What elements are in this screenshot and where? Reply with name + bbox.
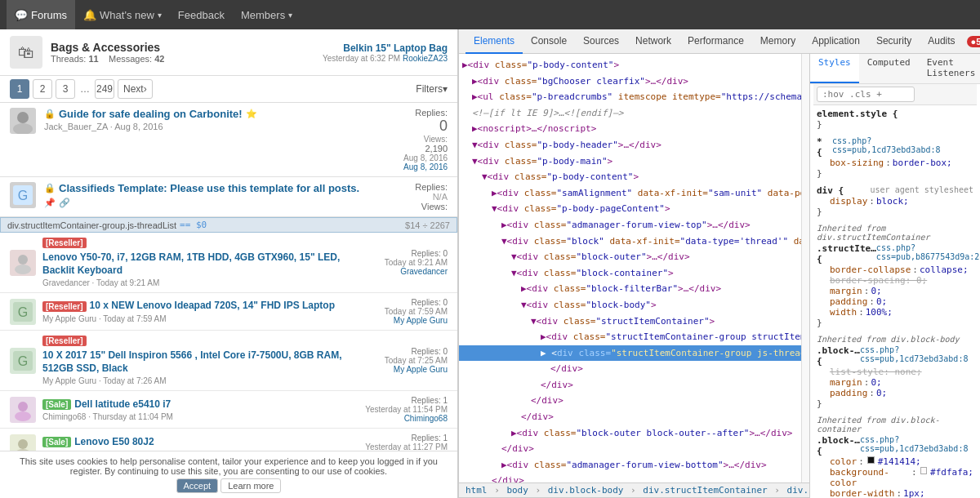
page-249-button[interactable]: 249 [95,79,114,99]
tree-line[interactable]: ▶<ul class="p-breadcrumbs" itemscope ite… [459,89,801,105]
tab-audits[interactable]: Audits [920,29,963,54]
tree-line[interactable]: ▶<div class="structItemContainer-group s… [459,329,801,345]
nav-forums[interactable]: 💬 Forums [7,0,75,29]
style-rule-padding: padding: 0; [817,296,973,307]
element-style-block: element.style { } [817,109,973,130]
tree-line[interactable]: ▶<div class="block-filterBar">…</div> [459,281,801,297]
page-2-button[interactable]: 2 [33,79,52,99]
structitemcontainer-source[interactable]: css.php?css=pub,b8677543d9a:28 [876,243,980,265]
thread-row-title-3[interactable]: Dell latitude e5410 i7 [74,398,171,411]
breadcrumb-struct-container[interactable]: div.structItemContainer [643,485,767,496]
tree-line[interactable]: ▼<div class="block-outer">…</div> [459,249,801,265]
tree-line[interactable]: ▼<div class="structItemContainer"> [459,313,801,330]
tab-elements[interactable]: Elements [466,29,523,54]
styles-filter-input[interactable] [817,87,915,102]
styles-tab-event-listeners[interactable]: Event Listeners [919,54,980,83]
nav-whats-new[interactable]: 🔔 What's new ▾ [75,0,170,29]
breadcrumb-block-body[interactable]: div.block-body [548,485,624,496]
tree-line[interactable]: ▶<div class="admanager-forum-view-top">…… [459,217,801,233]
tree-line[interactable]: ▼<div class="block-container"> [459,265,801,282]
nav-members[interactable]: Members ▾ [233,0,301,29]
breadcrumb-body[interactable]: body [506,485,528,496]
filters-button[interactable]: Filters▾ [416,83,448,95]
styles-tab-computed[interactable]: Computed [859,54,919,83]
tab-application[interactable]: Application [804,29,868,54]
thread-row-title-4[interactable]: Lenovo E50 80J2 [74,436,154,449]
sticky-thread-2: G 🔒 Classifieds Template: Please use thi… [0,177,457,217]
page-3-button[interactable]: 3 [56,79,75,99]
thread-row-title-1[interactable]: 10 x NEW Lenovo Ideapad 720S, 14" FHD IP… [90,300,335,313]
tab-performance[interactable]: Performance [679,29,752,54]
div-source: user agent stylesheet [871,185,973,196]
tree-line[interactable]: </div> [459,361,801,377]
universal-source[interactable]: css.php?css=pub,1cd73ebd3abd:8 [832,136,973,158]
sticky-avatar-1 [10,108,36,134]
lock-icon-1: 🔒 [44,109,56,119]
bell-icon: 🔔 [83,9,96,21]
thread-row[interactable]: G [Reseller] 10 X 2017 15" Dell Inspiron… [0,331,457,391]
tree-line[interactable]: ▼<div class="p-body-content"> [459,169,801,185]
tab-sources[interactable]: Sources [575,29,627,54]
blockcontainer-selector: .block-… { [817,435,860,456]
page-1-button[interactable]: 1 [10,79,29,99]
next-page-button[interactable]: Next› [118,79,153,99]
tree-line[interactable]: ▶<noscript>…</noscript> [459,121,801,137]
structitemcontainer-selector: .structIte… { [817,243,876,265]
svg-point-1 [13,123,33,134]
tab-network[interactable]: Network [627,29,679,54]
tree-line[interactable]: ▶<div class="block-outer block-outer--af… [459,425,801,442]
tree-line[interactable]: ▼<div class="p-body-header">…</div> [459,137,801,153]
thread-row[interactable]: [Sale] Dell latitude e5410 i7 Chimingo68… [0,391,457,429]
blockcontainer-source[interactable]: css.php?css=pub,1cd73ebd3abd:8 [860,435,973,456]
thread-row-title-0[interactable]: Lenovo Y50-70, i7, 12GB RAM, 1TB HDD, 4G… [42,251,359,277]
breadcrumb-thread-list[interactable]: div.structItemContainer-group.js-threadL… [787,485,809,496]
selected-tree-line[interactable]: ▶ <div class="structItemContainer-group … [459,345,801,362]
forums-icon: 💬 [15,9,28,21]
thread-row-meta-0: Gravedancer · Today at 9:21 AM [42,278,359,287]
style-rule-bg-color: background-color: #fdfafa; [817,467,973,488]
svg-point-12 [18,439,28,449]
tree-line[interactable]: </div> [459,377,801,394]
svg-point-4 [18,255,28,265]
tree-line[interactable]: </div> [459,441,801,457]
tree-line[interactable]: </div> [459,409,801,425]
thread-row-title-2[interactable]: 10 X 2017 15" Dell Inspiron 5566 , Intel… [42,349,359,375]
tab-memory[interactable]: Memory [752,29,804,54]
thread-row[interactable]: G [Reseller] 10 x NEW Lenovo Ideapad 720… [0,293,457,331]
tree-line[interactable]: ▼<div class="block" data-xf-init="data-t… [459,233,801,250]
tree-line[interactable]: </div> [459,473,801,482]
selected-extra: == $0 [180,220,207,230]
styles-filter-bar [813,84,977,105]
cookie-text: This site uses cookies to help personali… [20,456,438,476]
tree-line[interactable]: ▶<div class="admanager-forum-view-bottom… [459,457,801,474]
tree-line[interactable]: ▼<div class="p-body-main"> [459,153,801,170]
pagination-bar: 1 2 3 … 249 Next› Filters▾ [0,76,457,103]
tree-line[interactable]: ▶<div class="p-body-content"> [459,57,801,73]
style-rule-border-spacing: border-spacing: 0; [817,275,973,286]
sticky-thread-title-1[interactable]: Guide for safe dealing on Carbonite! [59,108,243,120]
styles-tab-styles[interactable]: Styles [810,54,859,83]
tree-line[interactable]: </div> [459,393,801,409]
tree-line[interactable]: ▼<div class="p-body-pageContent"> [459,201,801,217]
thread-row[interactable]: [Reseller] Lenovo Y50-70, i7, 12GB RAM, … [0,233,457,293]
breadcrumb-html[interactable]: html [466,485,488,496]
thread-row-stats-3: Replies: 1 Yesterday at 11:54 PM Chiming… [365,396,448,423]
nav-feedback[interactable]: Feedback [170,0,233,29]
tree-line[interactable]: <!–[if lt IE 9]>…<![endif]–> [459,105,801,122]
div-style-block: div { user agent stylesheet display : bl… [817,185,973,217]
tree-line[interactable]: ▶<div class="bgChooser clearfix">…</div> [459,73,801,90]
thread-row[interactable]: [Sale] Lenovo E50 80J2 Poopy · Yesterday… [0,429,457,451]
tree-line[interactable]: ▶<div class="samAlignment" data-xf-init=… [459,185,801,202]
tab-console[interactable]: Console [523,29,575,54]
tab-security[interactable]: Security [868,29,920,54]
tree-line[interactable]: ▼<div class="block-body"> [459,297,801,313]
thread-row-stats-2: Replies: 0 Today at 7:25 AM My Apple Gur… [366,347,448,374]
accept-cookies-button[interactable]: Accept [176,478,219,493]
sticky-content-2: 🔒 Classifieds Template: Please use this … [44,182,374,210]
listing-date: Yesterday at 6:32 PM [323,54,400,63]
error-badge: ●5 [967,36,980,47]
blockbody-source[interactable]: css.php?css=pub,1cd73ebd3abd:8 [860,345,973,367]
sticky-thread-title-2[interactable]: Classifieds Template: Please use this te… [59,182,359,194]
learn-more-button[interactable]: Learn more [220,478,281,493]
messages-label: Messages: [109,54,152,64]
